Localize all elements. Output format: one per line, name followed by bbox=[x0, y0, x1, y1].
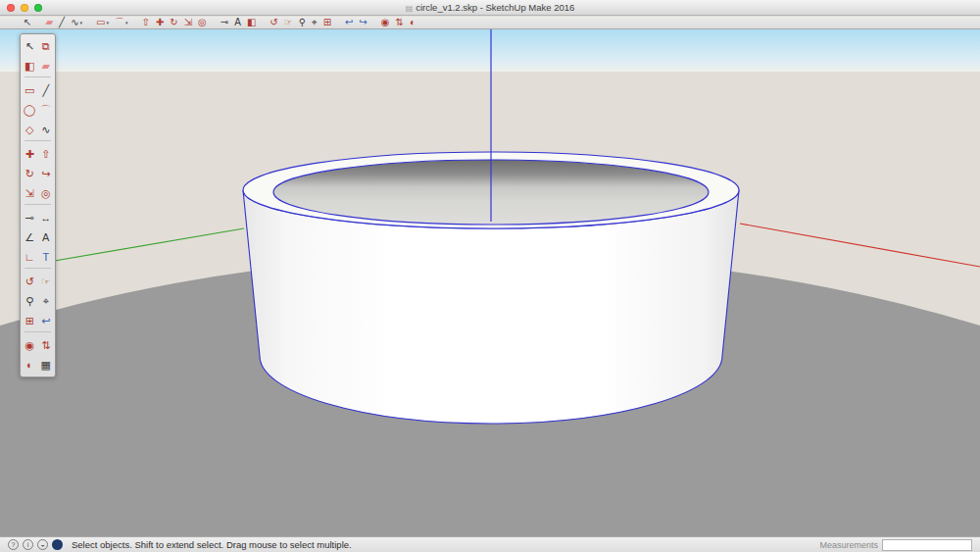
arc-tool-icon[interactable]: ⌒ bbox=[38, 102, 53, 118]
look-around-icon: ◐ bbox=[410, 17, 416, 28]
push-pull-tool-icon[interactable]: ⇧ bbox=[38, 146, 53, 162]
eraser-icon: ▰ bbox=[45, 17, 53, 28]
circle-tool-icon[interactable]: ◯ bbox=[23, 102, 37, 118]
section-plane-tool-icon[interactable]: ▦ bbox=[38, 357, 53, 373]
protractor-tool-icon[interactable]: ∠ bbox=[23, 229, 37, 245]
tape-measure-icon: ⊸ bbox=[220, 17, 228, 28]
zoom-tool-icon[interactable]: ⚲ bbox=[299, 17, 306, 29]
offset-tool-icon[interactable]: ◎ bbox=[198, 17, 207, 29]
freehand-tool-icon[interactable]: ∿▾ bbox=[71, 17, 82, 29]
look-around-tool-icon[interactable]: ◐ bbox=[23, 357, 37, 373]
chevron-down-icon: ▾ bbox=[106, 20, 109, 25]
move-tool-icon[interactable]: ✚ bbox=[156, 17, 164, 29]
document-icon: ▤ bbox=[406, 4, 414, 13]
follow-me-tool-icon[interactable]: ↪ bbox=[38, 166, 53, 181]
palette-row: ▭ ╱ bbox=[22, 80, 54, 100]
zoom-extents-tool-icon[interactable]: ⊞ bbox=[323, 17, 331, 29]
arc-tool-icon[interactable]: ⌒▾ bbox=[115, 17, 128, 29]
zoom-window-tool-icon[interactable]: ⌖ bbox=[312, 17, 318, 29]
polygon-tool-icon[interactable]: ◇ bbox=[23, 122, 37, 137]
text-tool-icon[interactable]: A bbox=[234, 17, 241, 29]
window-title: ▤circle_v1.2.skp - SketchUp Make 2016 bbox=[0, 0, 980, 16]
arc-icon: ⌒ bbox=[115, 17, 124, 28]
window-title-text: circle_v1.2.skp - SketchUp Make 2016 bbox=[416, 2, 574, 13]
redo-arrow-icon: ↪ bbox=[359, 17, 367, 28]
sketchup-window: ▤circle_v1.2.skp - SketchUp Make 2016 ↖ … bbox=[0, 0, 980, 552]
line-icon: ╱ bbox=[59, 17, 65, 28]
measurements-label: Measurements bbox=[819, 540, 878, 550]
help-icon[interactable]: ? bbox=[8, 539, 19, 550]
text-icon: A bbox=[234, 17, 241, 28]
previous-view-icon[interactable]: ↩ bbox=[345, 17, 353, 29]
chevron-down-icon: ▾ bbox=[80, 20, 83, 25]
connection-status-dot[interactable] bbox=[52, 539, 63, 550]
next-view-icon[interactable]: ↪ bbox=[359, 17, 367, 29]
zoom-extents-tool-icon[interactable]: ⊞ bbox=[23, 313, 37, 328]
sky-background bbox=[0, 29, 980, 74]
rotate-tool-icon[interactable]: ↻ bbox=[170, 17, 177, 29]
orbit-tool-icon[interactable]: ↺ bbox=[270, 17, 277, 29]
zoom-tool-icon[interactable]: ⚲ bbox=[23, 293, 37, 309]
select-tool-icon[interactable]: ↖ bbox=[23, 38, 37, 54]
3d-text-tool-icon[interactable]: T bbox=[38, 249, 53, 265]
top-toolbar: ↖ ▰ ╱ ∿▾ ▭▾ ⌒▾ ⇧ ✚ ↻ ⇲ ◎ ⊸ A ◧ ↺ ☞ ⚲ ⌖ ⊞… bbox=[0, 17, 980, 29]
rotate-icon: ↻ bbox=[170, 17, 177, 28]
tape-measure-tool-icon[interactable]: ⊸ bbox=[23, 210, 37, 226]
palette-row: ◐ ▦ bbox=[22, 355, 54, 375]
scale-tool-icon[interactable]: ⇲ bbox=[184, 17, 192, 29]
titlebar: ▤circle_v1.2.skp - SketchUp Make 2016 bbox=[0, 0, 980, 16]
position-camera-icon: ◉ bbox=[381, 17, 390, 28]
rectangle-tool-icon[interactable]: ▭▾ bbox=[96, 17, 109, 29]
position-camera-tool-icon[interactable]: ◉ bbox=[23, 337, 37, 353]
palette-row: ↻ ↪ bbox=[22, 164, 54, 183]
viewport-canvas[interactable] bbox=[0, 29, 980, 536]
axes-tool-icon[interactable]: ∟ bbox=[23, 249, 37, 265]
eraser-tool-icon[interactable]: ▰ bbox=[45, 17, 53, 29]
pan-tool-icon[interactable]: ☞ bbox=[38, 274, 53, 289]
select-icon: ↖ bbox=[24, 17, 31, 28]
line-tool-icon[interactable]: ╱ bbox=[38, 82, 53, 98]
push-pull-icon: ⇧ bbox=[142, 17, 150, 28]
status-hint-text: Select objects. Shift to extend select. … bbox=[72, 539, 352, 550]
scale-tool-icon[interactable]: ⇲ bbox=[23, 185, 37, 201]
status-bar: ? i ◒ Select objects. Shift to extend se… bbox=[0, 536, 980, 552]
paint-bucket-tool-icon[interactable]: ◧ bbox=[247, 17, 256, 29]
move-tool-icon[interactable]: ✚ bbox=[23, 146, 37, 162]
palette-row: ◯ ⌒ bbox=[22, 100, 54, 120]
palette-row: ⊞ ↩ bbox=[22, 311, 54, 330]
pan-icon: ☞ bbox=[284, 17, 293, 28]
zoom-window-icon: ⌖ bbox=[312, 17, 318, 28]
rectangle-tool-icon[interactable]: ▭ bbox=[23, 82, 37, 98]
palette-row: ∟ T bbox=[22, 247, 54, 267]
move-icon: ✚ bbox=[156, 17, 164, 28]
push-pull-tool-icon[interactable]: ⇧ bbox=[142, 17, 150, 29]
previous-view-tool-icon[interactable]: ↩ bbox=[38, 313, 53, 328]
rectangle-icon: ▭ bbox=[96, 17, 105, 28]
make-component-tool-icon[interactable]: ⧉ bbox=[38, 38, 53, 54]
pan-tool-icon[interactable]: ☞ bbox=[284, 17, 293, 29]
orbit-tool-icon[interactable]: ↺ bbox=[23, 274, 37, 289]
offset-tool-icon[interactable]: ◎ bbox=[38, 185, 53, 201]
position-camera-tool-icon[interactable]: ◉ bbox=[381, 17, 390, 29]
palette-row: ◇ ∿ bbox=[22, 120, 54, 139]
model-status-icon[interactable]: ◒ bbox=[37, 539, 48, 550]
tape-measure-tool-icon[interactable]: ⊸ bbox=[220, 17, 228, 29]
palette-row: ⇲ ◎ bbox=[22, 183, 54, 203]
freehand-icon: ∿ bbox=[71, 17, 78, 28]
walk-tool-icon[interactable]: ⇅ bbox=[396, 17, 404, 29]
dimension-tool-icon[interactable]: ↔ bbox=[38, 210, 53, 226]
measurements-input[interactable] bbox=[882, 539, 972, 551]
chevron-down-icon: ▾ bbox=[125, 20, 128, 25]
look-around-tool-icon[interactable]: ◐ bbox=[410, 17, 416, 29]
zoom-window-tool-icon[interactable]: ⌖ bbox=[38, 293, 53, 309]
eraser-tool-icon[interactable]: ▰ bbox=[38, 58, 53, 74]
rotate-tool-icon[interactable]: ↻ bbox=[23, 166, 37, 181]
line-tool-icon[interactable]: ╱ bbox=[59, 17, 65, 29]
text-tool-icon[interactable]: A bbox=[38, 229, 53, 245]
freehand-tool-icon[interactable]: ∿ bbox=[38, 122, 53, 137]
paint-bucket-tool-icon[interactable]: ◧ bbox=[23, 58, 37, 74]
walk-tool-icon[interactable]: ⇅ bbox=[38, 337, 53, 353]
info-icon[interactable]: i bbox=[23, 539, 33, 550]
select-tool-icon[interactable]: ↖ bbox=[24, 17, 31, 29]
large-tool-set-palette: ↖ ⧉ ◧ ▰ ▭ ╱ ◯ ⌒ ◇ ∿ ✚ ⇧ ↻ ↪ ⇲ bbox=[20, 33, 56, 377]
